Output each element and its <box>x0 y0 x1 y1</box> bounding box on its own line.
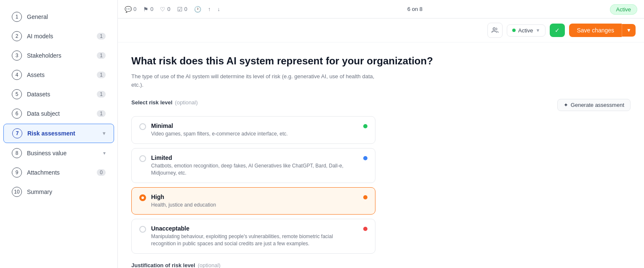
risk-option-title: High <box>151 194 358 200</box>
risk-option-title: Unacceptable <box>151 225 358 232</box>
select-risk-label: Select risk level (optional) <box>131 99 198 106</box>
risk-option-text: Minimal Video games, spam filters, e-com… <box>151 122 358 138</box>
chevron-down-icon: ▼ <box>535 28 540 33</box>
risk-option-desc: Health, justice and education <box>151 202 358 209</box>
sidebar-item-attachments[interactable]: 9 Attachments 0 <box>3 163 114 182</box>
sidebar-item-label: Assets <box>27 72 92 78</box>
sidebar-item-datasets[interactable]: 5 Datasets 1 <box>3 85 114 103</box>
sidebar-item-num: 2 <box>12 31 22 41</box>
chevron-icon: ▾ <box>103 150 106 156</box>
active-badge: Active <box>610 4 637 15</box>
sidebar-item-num: 7 <box>12 128 22 138</box>
generate-assessment-button[interactable]: ✦ Generate assessment <box>557 99 631 111</box>
status-dot <box>512 29 516 32</box>
sidebar-item-num: 8 <box>12 148 22 158</box>
radio-high <box>139 194 146 201</box>
risk-option-desc: Video games, spam filters, e-commerce ad… <box>151 130 358 138</box>
like-count[interactable]: ♡ 0 <box>160 6 170 13</box>
risk-option-limited[interactable]: Limited Chatbots, emotion recognition, d… <box>131 148 375 183</box>
radio-unacceptable <box>139 226 146 233</box>
save-button-group: Save changes ▼ <box>569 24 636 37</box>
sidebar-item-num: 5 <box>12 89 22 99</box>
risk-option-desc: Manipulating behaviour, exploiting peopl… <box>151 233 358 247</box>
risk-options-list: Minimal Video games, spam filters, e-com… <box>131 116 631 254</box>
risk-option-text: Unacceptable Manipulating behaviour, exp… <box>151 225 358 247</box>
sidebar-item-num: 1 <box>12 12 22 22</box>
sidebar-item-label: Business value <box>27 150 98 157</box>
sidebar-item-num: 10 <box>12 187 22 197</box>
toolbar: 💬 0 ⚑ 0 ♡ 0 ☑ 0 🕐 ↑ ↓ 6 on 8 Active <box>118 0 644 19</box>
sidebar-item-badge: 1 <box>97 72 106 78</box>
confirm-button[interactable]: ✓ <box>550 24 565 37</box>
risk-dot-unacceptable <box>363 227 367 231</box>
sidebar-item-label: Datasets <box>27 91 92 98</box>
sidebar-item-general[interactable]: 1 General <box>3 8 114 26</box>
magic-icon: ✦ <box>564 102 568 108</box>
sidebar-item-assets[interactable]: 4 Assets 1 <box>3 66 114 84</box>
risk-dot-limited <box>363 156 367 160</box>
sidebar-item-num: 6 <box>12 109 22 119</box>
svg-point-0 <box>493 28 495 30</box>
radio-minimal <box>139 123 146 130</box>
arrow-up-icon: ↑ <box>208 6 211 12</box>
risk-option-unacceptable[interactable]: Unacceptable Manipulating behaviour, exp… <box>131 219 375 254</box>
sidebar-item-num: 9 <box>12 167 22 178</box>
risk-option-high[interactable]: High Health, justice and education <box>131 187 375 215</box>
sidebar-item-label: Stakeholders <box>27 52 92 59</box>
status-dropdown[interactable]: Active ▼ <box>507 24 546 37</box>
chevron-icon: ▾ <box>103 130 105 136</box>
check-icon: ☑ <box>177 6 183 13</box>
sidebar-item-num: 3 <box>12 50 22 61</box>
sidebar-item-badge: 1 <box>97 33 106 40</box>
comment-count[interactable]: 💬 0 <box>125 6 136 13</box>
sidebar-item-label: Risk assessment <box>27 130 98 137</box>
sidebar-item-num: 4 <box>12 70 22 80</box>
sidebar-item-badge: 1 <box>97 110 106 117</box>
header-actions: Active ▼ ✓ Save changes ▼ <box>118 19 644 42</box>
justification-label: Justification of risk level (optional) <box>131 262 375 268</box>
sidebar-item-business-value[interactable]: 8 Business value ▾ <box>3 144 114 162</box>
risk-option-title: Minimal <box>151 122 358 129</box>
sidebar-item-label: Summary <box>27 188 106 195</box>
save-dropdown-button[interactable]: ▼ <box>622 24 636 37</box>
question-description: The type of use of the AI system will de… <box>131 72 375 89</box>
risk-option-desc: Chatbots, emotion recognition, deep fake… <box>151 162 358 177</box>
sidebar-item-badge: 1 <box>97 91 106 98</box>
sidebar: 1 General 2 AI models 1 3 Stakeholders 1… <box>0 0 118 268</box>
check-count[interactable]: ☑ 0 <box>177 6 187 13</box>
sidebar-item-label: Attachments <box>27 169 92 176</box>
content-area: What risk does this AI system represent … <box>118 42 644 268</box>
user-assign-button[interactable] <box>487 23 503 38</box>
clock-icon-item: 🕐 <box>194 6 201 13</box>
risk-option-minimal[interactable]: Minimal Video games, spam filters, e-com… <box>131 116 375 144</box>
flag-icon: ⚑ <box>143 6 149 13</box>
radio-limited <box>139 155 146 162</box>
sidebar-item-badge: 0 <box>97 169 106 176</box>
sidebar-item-badge: 1 <box>97 52 106 59</box>
sidebar-item-label: Data subject <box>27 110 92 117</box>
comment-icon: 💬 <box>125 6 132 13</box>
sidebar-item-summary[interactable]: 10 Summary <box>3 183 114 201</box>
nav-down[interactable]: ↓ <box>217 6 220 12</box>
save-button[interactable]: Save changes <box>569 24 622 37</box>
sidebar-item-risk-assessment[interactable]: 7 Risk assessment ▾ <box>3 124 114 143</box>
risk-section-header: Select risk level (optional) ✦ Generate … <box>131 99 631 111</box>
flag-count[interactable]: ⚑ 0 <box>143 6 153 13</box>
like-icon: ♡ <box>160 6 165 13</box>
justification-section: Justification of risk level (optional) ✓ <box>131 262 375 268</box>
user-icon <box>492 27 498 34</box>
pagination-label: 6 on 8 <box>407 6 423 12</box>
sidebar-item-label: AI models <box>27 33 92 40</box>
clock-icon: 🕐 <box>194 6 201 13</box>
risk-option-text: High Health, justice and education <box>151 194 358 209</box>
main-content: 💬 0 ⚑ 0 ♡ 0 ☑ 0 🕐 ↑ ↓ 6 on 8 Active <box>118 0 644 268</box>
risk-option-title: Limited <box>151 154 358 161</box>
sidebar-item-stakeholders[interactable]: 3 Stakeholders 1 <box>3 46 114 65</box>
risk-dot-high <box>363 195 367 199</box>
sidebar-item-data-subject[interactable]: 6 Data subject 1 <box>3 104 114 123</box>
sidebar-item-ai-models[interactable]: 2 AI models 1 <box>3 27 114 45</box>
arrow-down-icon: ↓ <box>217 6 220 12</box>
risk-option-text: Limited Chatbots, emotion recognition, d… <box>151 154 358 177</box>
nav-up[interactable]: ↑ <box>208 6 211 12</box>
risk-dot-minimal <box>363 124 367 128</box>
